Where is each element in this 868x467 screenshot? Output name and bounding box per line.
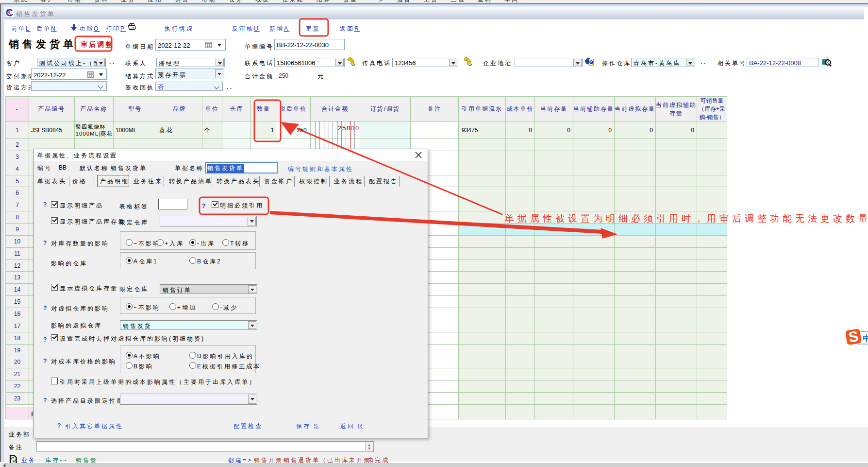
- svg-text:K: K: [7, 10, 11, 16]
